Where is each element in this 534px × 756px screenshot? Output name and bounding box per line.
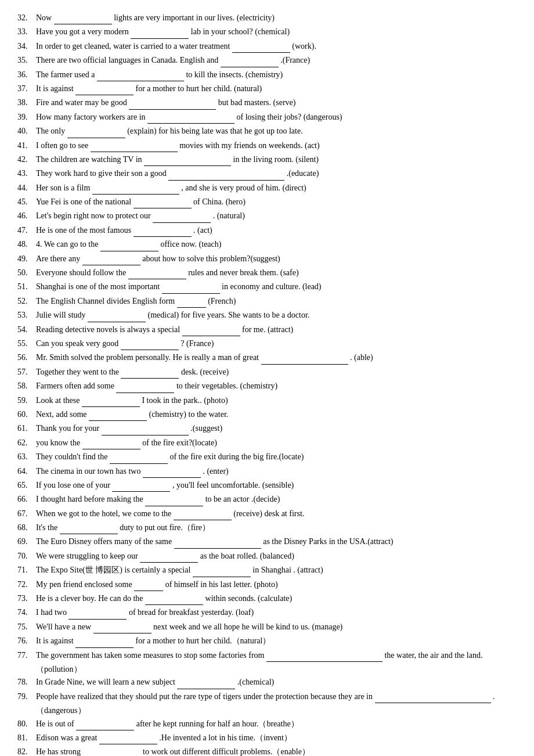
item-content: It is against for a mother to hurt her c…: [36, 82, 517, 95]
list-item: 44.Her son is a film , and she is very p…: [17, 182, 517, 195]
item-content: How many factory workers are in of losin…: [36, 111, 517, 124]
item-content: Thank you for your .(suggest): [36, 422, 517, 435]
fill-blank: [168, 172, 284, 181]
item-content: I had two of bread for breakfast yesterd…: [36, 606, 517, 619]
item-content: He has strong to work out different diff…: [36, 746, 517, 756]
item-number: 32.: [17, 12, 36, 24]
item-number: 47.: [17, 224, 36, 237]
item-content: The English Channel divides English form…: [36, 295, 517, 308]
fill-blank: [144, 158, 231, 166]
item-content: Next, add some (chemistry) to the water.: [36, 408, 517, 421]
list-item: 69.The Euro Disney offers many of the sa…: [17, 535, 517, 548]
fill-blank: [221, 59, 279, 67]
list-item: 63.They couldn't find the of the fire ex…: [17, 451, 517, 463]
list-item: 66.I thought hard before making the to b…: [17, 493, 517, 506]
list-item: 71.The Expo Site(世 博园区) is certainly a s…: [17, 564, 517, 577]
item-number: 76.: [17, 635, 36, 647]
fill-blank: [134, 200, 192, 208]
fill-blank: [97, 73, 184, 81]
list-item: 81.Edison was a great .He invented a lot…: [17, 732, 517, 744]
item-content: Are there any about how to solve this pr…: [36, 253, 517, 265]
item-content: There are two official languages in Cana…: [36, 54, 517, 67]
list-item: 50.Everyone should follow the rules and …: [17, 267, 517, 279]
fill-blank: [82, 441, 140, 449]
fill-blank: [68, 611, 127, 620]
item-number: 46.: [17, 210, 36, 222]
list-item: 40.The only (explain) for his being late…: [17, 125, 517, 138]
list-item: 38.Fire and water may be good but bad ma…: [17, 96, 517, 109]
list-item: 36.The farmer used a to kill the insects…: [17, 69, 517, 81]
list-item: 73.He is a clever boy. He can do the wit…: [17, 592, 517, 605]
list-item: 68.It's the duty to put out fire.（fire）: [17, 521, 517, 534]
list-item: 34.In order to get cleaned, water is car…: [17, 40, 517, 53]
item-content: Yue Fei is one of the national of China.…: [36, 196, 517, 208]
item-note: （dangerous）: [36, 704, 517, 717]
item-content: The cinema in our town has two . (enter): [36, 465, 517, 478]
item-number: 34.: [17, 40, 36, 53]
list-item: 48.4. We can go to the office now. (teac…: [17, 238, 517, 251]
item-content: They work hard to give their son a good …: [36, 167, 517, 180]
list-item: 61.Thank you for your .(suggest): [17, 422, 517, 435]
item-content: I thought hard before making the to be a…: [36, 493, 517, 506]
list-item: 51.Shanghai is one of the most important…: [17, 280, 517, 293]
item-number: 60.: [17, 408, 36, 421]
list-item: 58.Farmers often add some to their veget…: [17, 380, 517, 393]
item-content: Everyone should follow the rules and nev…: [36, 267, 517, 279]
item-number: 55.: [17, 337, 36, 350]
item-content: Fire and water may be good but bad maste…: [36, 96, 517, 109]
item-number: 69.: [17, 535, 36, 548]
fill-blank: [93, 625, 151, 633]
item-content: My pen friend enclosed some of himself i…: [36, 578, 517, 591]
item-content: We'll have a new next week and we all ho…: [36, 621, 517, 633]
list-item: 79.People have realized that they should…: [17, 690, 517, 703]
list-item: 72.My pen friend enclosed some of himsel…: [17, 578, 517, 591]
fill-blank: [121, 342, 179, 350]
item-content: Reading detective novels is always a spe…: [36, 323, 517, 336]
fill-blank: [91, 144, 178, 152]
list-item: 41.I often go to see movies with my frie…: [17, 139, 517, 152]
list-item: 82.He has strong to work out different d…: [17, 746, 517, 756]
list-item: 42.The children are watching TV in in th…: [17, 153, 517, 166]
list-item: 56.Mr. Smith solved the problem personal…: [17, 351, 517, 364]
item-content: The children are watching TV in in the l…: [36, 153, 517, 166]
fill-blank: [145, 597, 203, 605]
list-item: 77.The government has taken some measure…: [17, 649, 517, 662]
item-number: 43.: [17, 167, 36, 180]
item-number: 51.: [17, 280, 36, 293]
list-item: 33.Have you got a very modern lab in you…: [17, 26, 517, 38]
item-number: 70.: [17, 550, 36, 563]
fill-blank: [88, 314, 146, 322]
item-number: 65.: [17, 479, 36, 492]
fill-blank: [182, 328, 240, 336]
fill-blank: [89, 413, 147, 421]
item-number: 42.: [17, 153, 36, 166]
fill-blank: [54, 16, 112, 24]
item-note: （pollution）: [36, 663, 517, 676]
item-content: Now lights are very important in our liv…: [36, 12, 517, 24]
list-item: 39.How many factory workers are in of lo…: [17, 111, 517, 124]
item-number: 35.: [17, 54, 36, 67]
item-content: We were struggling to keep our as the bo…: [36, 550, 517, 563]
fill-blank: [128, 271, 186, 279]
content: 32.Now lights are very important in our …: [17, 12, 517, 756]
item-content: He is one of the most famous . (act): [36, 224, 517, 237]
item-number: 67.: [17, 507, 36, 520]
fill-blank: [121, 370, 179, 379]
item-content: In order to get cleaned, water is carrie…: [36, 40, 517, 53]
item-number: 68.: [17, 521, 36, 534]
fill-blank: [100, 243, 158, 251]
item-number: 57.: [17, 366, 36, 379]
fill-blank: [92, 186, 179, 195]
list-item: 32.Now lights are very important in our …: [17, 12, 517, 24]
list-item: 70.We were struggling to keep our as the…: [17, 550, 517, 563]
list-item: 47.He is one of the most famous . (act): [17, 224, 517, 237]
fill-blank: [143, 470, 201, 478]
item-number: 75.: [17, 621, 36, 633]
fill-blank: [174, 541, 261, 549]
item-number: 59.: [17, 394, 36, 407]
item-number: 48.: [17, 238, 36, 251]
fill-blank: [174, 512, 232, 520]
item-number: 39.: [17, 111, 36, 124]
list-item: 43.They work hard to give their son a go…: [17, 167, 517, 180]
item-number: 71.: [17, 564, 36, 577]
